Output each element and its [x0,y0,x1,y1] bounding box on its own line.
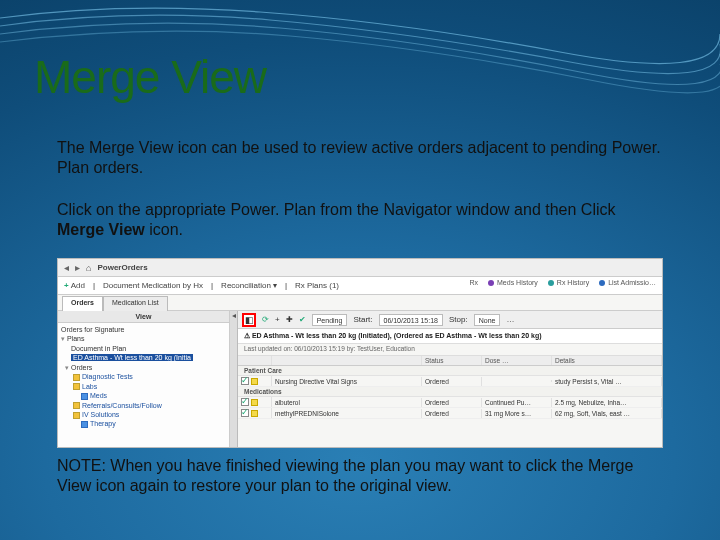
start-date-field[interactable]: 06/10/2013 15:18 [379,314,444,326]
nav-sub-item[interactable]: Referrals/Consults/Follow [61,401,226,410]
embedded-app-screenshot: ◂ ▸ ⌂ PowerOrders Rx Meds History Rx His… [57,258,663,448]
paragraph-1: The Merge View icon can be used to revie… [57,138,663,179]
nav-back-icon[interactable]: ◂ [64,262,69,273]
nav-sub-item[interactable]: Meds [61,391,226,400]
folder-icon [73,412,80,419]
meds-indicator-row: Rx Meds History Rx History List Admissio… [469,279,656,286]
folder-icon [73,402,80,409]
slide-title: Merge View [34,50,266,104]
merge-view-icon[interactable]: ◧ [242,313,256,327]
navigator-panel: View Orders for Signature Plans Document… [58,311,230,447]
dot-icon [488,280,494,286]
grid-rows: Patient Care Nursing Directive Vital Sig… [238,366,662,419]
section-medications: Medications [238,387,662,397]
breadcrumb-bar: ◂ ▸ ⌂ PowerOrders [58,259,662,277]
tab-medication-list[interactable]: Medication List [103,296,168,311]
checkbox-icon[interactable] [241,377,249,385]
folder-icon [73,374,80,381]
stop-field[interactable]: None [474,314,501,326]
plan-title: ⚠ ED Asthma - Wt less than 20 kg (Initia… [238,329,662,344]
rx-indicator: Rx [469,279,478,286]
note-icon [251,399,258,406]
grid-header: Status Dose … Details [238,356,662,366]
stop-label: Stop: [449,315,468,324]
sep: | [211,281,213,290]
order-row[interactable]: albuterol Ordered Continued Pu… 2.5 mg, … [238,397,662,408]
meds-history-indicator: Meds History [488,279,538,286]
order-row[interactable]: methylPREDNISolone Ordered 31 mg More s…… [238,408,662,419]
col-status: Status [422,356,482,365]
home-icon[interactable]: ⌂ [86,263,91,273]
check-icon[interactable]: ✔ [299,315,306,324]
p2-text-a: Click on the appropriate Power. Plan fro… [57,201,616,218]
breadcrumb-label: PowerOrders [97,263,147,272]
checkbox-icon[interactable] [241,409,249,417]
p2-bold: Merge View [57,221,145,238]
section-patient-care: Patient Care [238,366,662,376]
p2-text-c: icon. [145,221,183,238]
action-icon[interactable]: ✚ [286,315,293,324]
refresh-icon[interactable]: ⟳ [262,315,269,324]
dot-icon [599,280,605,286]
nav-item[interactable]: Orders for Signature [61,325,226,334]
folder-icon [73,383,80,390]
checkbox-icon[interactable] [241,398,249,406]
plan-subtitle: Last updated on: 06/10/2013 15:19 by: Te… [238,344,662,356]
nav-sub-item[interactable]: IV Solutions [61,410,226,419]
sep: | [285,281,287,290]
more-icon[interactable]: … [506,315,514,324]
doc-med-hx-button[interactable]: Document Medication by Hx [103,281,203,290]
plan-toolbar: ◧ ⟳ + ✚ ✔ Pending Start: 06/10/2013 15:1… [238,311,662,329]
start-label: Start: [353,315,372,324]
note-icon [251,410,258,417]
pending-dropdown[interactable]: Pending [312,314,348,326]
tab-orders[interactable]: Orders [62,296,103,311]
nav-sub-item[interactable]: Labs [61,382,226,391]
item-icon [81,421,88,428]
add-button[interactable]: +Add [64,281,85,290]
rx-plans-button[interactable]: Rx Plans (1) [295,281,339,290]
order-row[interactable]: Nursing Directive Vital Signs Ordered st… [238,376,662,387]
reconciliation-button[interactable]: Reconciliation ▾ [221,281,277,290]
nav-sub-item[interactable]: Diagnostic Tests [61,372,226,381]
action-icon[interactable]: + [275,315,280,324]
nav-sub-item[interactable]: Therapy [61,419,226,428]
col-details: Details [552,356,662,365]
navigator-header: View [58,311,229,323]
paragraph-note: NOTE: When you have finished viewing the… [57,456,663,497]
navigator-tree: Orders for Signature Plans Document in P… [58,323,229,447]
tab-bar: Orders Medication List [58,295,662,311]
plus-icon: + [64,281,69,290]
main-panel: ◧ ⟳ + ✚ ✔ Pending Start: 06/10/2013 15:1… [238,311,662,447]
admission-indicator: List Admissio… [599,279,656,286]
nav-fwd-icon[interactable]: ▸ [75,262,80,273]
dot-icon [548,280,554,286]
item-icon [81,393,88,400]
col-dose: Dose … [482,356,552,365]
collapse-handle[interactable]: ◂ [230,311,238,447]
rx-history-indicator: Rx History [548,279,589,286]
paragraph-2: Click on the appropriate Power. Plan fro… [57,200,663,241]
nav-item-selected[interactable]: ED Asthma - Wt less than 20 kg (Initia [61,353,226,362]
sep: | [93,281,95,290]
nav-item-plans[interactable]: Plans [61,334,226,343]
nav-item[interactable]: Document in Plan [61,344,226,353]
nav-item-orders[interactable]: Orders [61,363,226,372]
note-icon [251,378,258,385]
